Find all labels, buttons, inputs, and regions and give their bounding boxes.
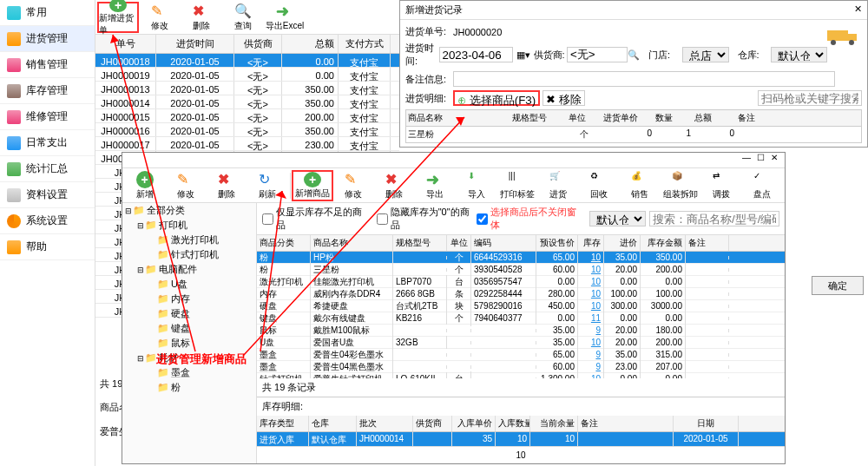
remove-button[interactable]: ✖ 移除 [542, 90, 585, 106]
new-purchase-button[interactable]: +新增进货单 [97, 2, 139, 33]
minimize-icon[interactable]: — [740, 153, 753, 167]
dh-name: 商品名称 [406, 110, 510, 126]
po-row[interactable]: JH00000152020-01-05<无>200.00支付宝 [95, 109, 399, 123]
tree-node[interactable]: 📁内存 [122, 292, 256, 306]
tree-node[interactable]: 📁U盘 [122, 277, 256, 292]
maximize-icon[interactable]: ☐ [753, 153, 767, 167]
ph-cat[interactable]: 商品分类 [257, 235, 311, 251]
checkbox-hidezero[interactable] [377, 213, 388, 225]
tree-node[interactable]: 📁墨盒 [122, 365, 256, 380]
sidebar-item-sales[interactable]: 销售管理 [0, 52, 95, 78]
tree-node[interactable]: ⊟📁打印机 [122, 218, 256, 233]
sidebar-item-expense[interactable]: 日常支出 [0, 130, 95, 156]
ph-amount[interactable]: 库存金额 [641, 235, 686, 251]
warehouse-select[interactable]: 默认仓库 [771, 47, 827, 62]
ph-model[interactable]: 规格型号 [393, 235, 447, 251]
tree-node[interactable]: ⊟📁全部分类 [122, 203, 256, 218]
time-input[interactable] [439, 47, 513, 62]
sub-toolbar-修改[interactable]: ✎修改 [165, 170, 206, 201]
ih-curr[interactable]: 当前余量 [530, 416, 578, 431]
po-header-id[interactable]: 单号 [95, 35, 156, 53]
btn-label: 删除 [193, 20, 210, 32]
remark-input[interactable] [453, 71, 835, 87]
checkbox-noclose[interactable] [477, 213, 488, 225]
sub-toolbar-调拨[interactable]: ⇄调拨 [701, 170, 742, 201]
po-header-supplier[interactable]: 供货商 [234, 35, 282, 53]
sub-toolbar-回收[interactable]: ♻回收 [578, 170, 619, 201]
tree-node[interactable]: 📁针式打印机 [122, 247, 256, 262]
po-row[interactable]: JH00000172020-01-05<无>230.00支付宝 [95, 137, 399, 151]
ih-price[interactable]: 入库单价 [452, 416, 496, 431]
tree-node[interactable]: 📁键盘 [122, 321, 256, 336]
search-button[interactable]: 🔍查询 [222, 2, 264, 33]
sub-toolbar-盘点[interactable]: ✓盘点 [742, 170, 783, 201]
sidebar-item-purchase[interactable]: 进货管理 [0, 26, 95, 52]
sidebar-item-common[interactable]: 常用 [0, 0, 95, 26]
search-input[interactable] [649, 211, 779, 226]
sub-toolbar-刷新[interactable]: ↻刷新 [247, 170, 287, 201]
sub-toolbar-进货[interactable]: 🛒进货 [537, 170, 578, 201]
confirm-button[interactable]: 确定 [812, 276, 864, 295]
ph-note[interactable]: 备注 [686, 235, 729, 251]
select-product-button[interactable]: ⊕ 选择商品(F3) [453, 90, 540, 106]
sub-toolbar-导出[interactable]: ➜导出 [415, 170, 456, 201]
sidebar-item-system[interactable]: 系统设置 [0, 208, 95, 234]
po-header-time[interactable]: 进货时间 [156, 35, 234, 53]
po-row[interactable]: JH00000162020-01-05<无>350.00支付宝 [95, 123, 399, 137]
sub-toolbar-打印标签[interactable]: |||打印标签 [496, 170, 537, 201]
tree-node[interactable]: 📁鼠标 [122, 336, 256, 351]
sidebar-item-help[interactable]: 帮助 [0, 234, 95, 260]
checkbox-lowstock[interactable] [262, 213, 273, 225]
tree-node[interactable]: ⊟📁电脑配件 [122, 262, 256, 277]
sub-toolbar-销售[interactable]: 💰销售 [620, 170, 661, 201]
ph-name[interactable]: 商品名称 [311, 235, 393, 251]
po-row[interactable]: JH00000132020-01-05<无>350.00支付宝 [95, 82, 399, 95]
sub-toolbar-新增商品[interactable]: +新增商品 [292, 170, 332, 201]
po-row[interactable]: JH00000182020-01-05<无>0.00支付宝 [95, 54, 399, 68]
ih-sup[interactable]: 供货商 [413, 416, 452, 431]
ih-wh[interactable]: 仓库 [309, 416, 357, 431]
tree-node[interactable]: 📁粉 [122, 380, 256, 395]
sub-toolbar-删除[interactable]: ✖删除 [206, 170, 247, 201]
order-no-label: 进货单号: [405, 25, 453, 38]
ph-price[interactable]: 预设售价 [536, 235, 578, 251]
sidebar-item-repair[interactable]: 维修管理 [0, 104, 95, 130]
ih-qty[interactable]: 入库数量 [496, 416, 530, 431]
sub-toolbar-删除[interactable]: ✖删除 [374, 170, 415, 201]
sidebar-item-inventory[interactable]: 库存管理 [0, 78, 95, 104]
sub-toolbar-修改[interactable]: ✎修改 [333, 170, 374, 201]
ph-inprice[interactable]: 进价 [604, 235, 641, 251]
sidebar-item-stats[interactable]: 统计汇总 [0, 156, 95, 182]
tree-node[interactable]: 📁激光打印机 [122, 233, 256, 247]
sub-toolbar-组装拆卸[interactable]: 📦组装拆卸 [661, 170, 701, 201]
store-select[interactable]: 总店 [682, 47, 729, 62]
po-row[interactable]: JH00000192020-01-05<无>0.00支付宝 [95, 68, 399, 82]
po-header-pay[interactable]: 支付方式 [339, 35, 391, 53]
po-header-total[interactable]: 总额 [282, 35, 339, 53]
close-icon[interactable]: ✕ [854, 3, 862, 16]
warehouse-filter[interactable]: 默认仓库 [589, 211, 646, 226]
tree-node[interactable]: 📁硬盘 [122, 306, 256, 321]
scan-input[interactable] [758, 90, 862, 106]
ih-date[interactable]: 日期 [674, 416, 739, 431]
inv-row[interactable]: 进货入库 默认仓库 JH0000014 35 10 10 2020-01-05 [257, 432, 785, 446]
ph-unit[interactable]: 单位 [447, 235, 471, 251]
edit-button[interactable]: ✎修改 [139, 2, 181, 33]
detail-label: 进货明细: [405, 92, 453, 105]
export-button[interactable]: ➜导出Excel [264, 2, 306, 33]
search-supplier-icon[interactable]: 🔍 [628, 49, 640, 61]
sub-toolbar-新增[interactable]: +新增 [124, 170, 165, 201]
ir-batch: JH0000014 [357, 432, 413, 446]
supplier-input[interactable] [567, 47, 628, 62]
delete-button[interactable]: ✖删除 [181, 2, 222, 33]
ih-note[interactable]: 备注 [578, 416, 674, 431]
ih-batch[interactable]: 批次 [357, 416, 413, 431]
close-icon[interactable]: ✕ [767, 153, 781, 167]
ph-stock[interactable]: 库存 [578, 235, 604, 251]
po-row[interactable]: JH00000142020-01-05<无>350.00支付宝 [95, 95, 399, 109]
sidebar-item-data[interactable]: 资料设置 [0, 182, 95, 208]
ph-code[interactable]: 编码 [471, 235, 536, 251]
ih-type[interactable]: 库存类型 [257, 416, 309, 431]
sub-toolbar-导入[interactable]: ⬇导入 [456, 170, 496, 201]
dr-name[interactable]: 三星粉 [406, 127, 510, 142]
